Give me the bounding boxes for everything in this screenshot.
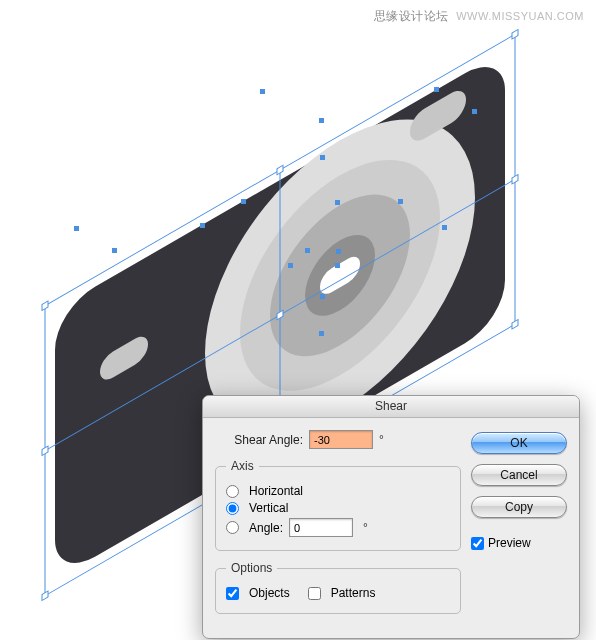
patterns-label: Patterns (331, 586, 376, 600)
axis-horizontal-label: Horizontal (249, 484, 303, 498)
svg-rect-18 (288, 263, 293, 268)
shear-angle-label: Shear Angle: (215, 433, 303, 447)
svg-rect-3 (42, 446, 48, 455)
preview-label: Preview (488, 536, 531, 550)
svg-rect-16 (320, 155, 325, 160)
copy-button[interactable]: Copy (471, 496, 567, 518)
svg-rect-14 (200, 223, 205, 228)
degree-symbol: ° (379, 433, 384, 447)
axis-angle-input[interactable] (289, 518, 353, 537)
axis-vertical-radio[interactable] (226, 502, 239, 515)
svg-rect-12 (74, 226, 79, 231)
svg-rect-19 (305, 248, 310, 253)
svg-rect-11 (472, 109, 477, 114)
svg-rect-7 (512, 320, 518, 329)
options-fieldset: Options Objects Patterns (215, 561, 461, 614)
svg-rect-4 (512, 175, 518, 184)
preview-checkbox[interactable] (471, 537, 484, 550)
svg-rect-24 (398, 199, 403, 204)
svg-rect-22 (335, 263, 340, 268)
svg-rect-21 (335, 200, 340, 205)
axis-vertical-label: Vertical (249, 501, 288, 515)
dialog-title: Shear (375, 399, 407, 413)
axis-angle-label: Angle: (249, 521, 283, 535)
svg-rect-15 (442, 225, 447, 230)
svg-rect-2 (512, 30, 518, 39)
cancel-button[interactable]: Cancel (471, 464, 567, 486)
degree-symbol-2: ° (363, 521, 368, 535)
svg-rect-25 (319, 118, 324, 123)
patterns-checkbox[interactable] (308, 587, 321, 600)
dialog-titlebar: Shear (203, 396, 579, 418)
svg-rect-5 (42, 591, 48, 600)
svg-rect-26 (319, 331, 324, 336)
svg-rect-0 (42, 301, 48, 310)
svg-rect-1 (277, 165, 283, 174)
options-legend: Options (226, 561, 277, 575)
ok-button[interactable]: OK (471, 432, 567, 454)
shear-angle-input[interactable] (309, 430, 373, 449)
objects-checkbox[interactable] (226, 587, 239, 600)
axis-legend: Axis (226, 459, 259, 473)
svg-rect-23 (241, 199, 246, 204)
objects-label: Objects (249, 586, 290, 600)
svg-rect-17 (320, 294, 325, 299)
svg-rect-20 (336, 249, 341, 254)
axis-fieldset: Axis Horizontal Vertical Angle: ° (215, 459, 461, 551)
svg-rect-9 (260, 89, 265, 94)
svg-rect-13 (112, 248, 117, 253)
axis-horizontal-radio[interactable] (226, 485, 239, 498)
axis-angle-radio[interactable] (226, 521, 239, 534)
shear-dialog: Shear Shear Angle: ° Axis Horizontal Ver… (202, 395, 580, 639)
svg-rect-10 (434, 87, 439, 92)
